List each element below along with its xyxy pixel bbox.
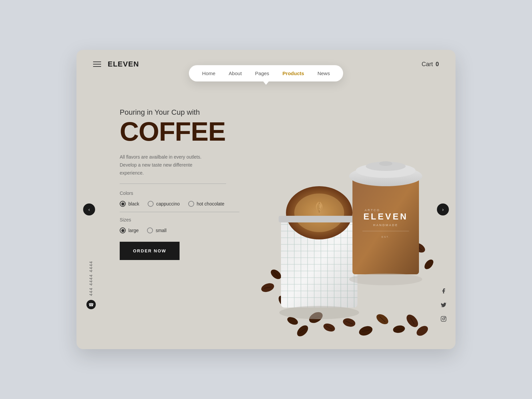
side-phone: 444 4444 4444 ☎ xyxy=(86,261,96,309)
hero-description: All flavors are availbale in every outle… xyxy=(120,153,226,177)
color-cappuccino-label: cappuccino xyxy=(156,201,180,206)
radio-black[interactable] xyxy=(120,201,126,207)
nav-news[interactable]: News xyxy=(318,70,330,76)
colors-group: black cappuccino hot chocolate xyxy=(120,201,259,207)
cup-brand-sub-text: HANDMADE xyxy=(373,223,398,227)
radio-hot-chocolate[interactable] xyxy=(188,201,194,207)
coffee-image-area: ARTCO ELEVEN HANDMADE EST. xyxy=(249,115,436,341)
color-black[interactable]: black xyxy=(120,201,139,207)
cup-brand-main-text: ELEVEN xyxy=(363,211,408,221)
svg-text:EST.: EST. xyxy=(382,235,390,238)
phone-symbol: ☎ xyxy=(88,302,94,307)
coffee-scene-svg: ARTCO ELEVEN HANDMADE EST. xyxy=(249,115,436,341)
svg-rect-76 xyxy=(441,317,446,322)
nav-pages[interactable]: Pages xyxy=(255,70,269,76)
svg-point-78 xyxy=(445,317,445,318)
radio-cappuccino[interactable] xyxy=(148,201,154,207)
colors-label: Colors xyxy=(120,191,259,196)
cup-container: ARTCO ELEVEN HANDMADE EST. xyxy=(249,115,436,341)
svg-point-77 xyxy=(443,318,445,320)
svg-point-67 xyxy=(279,306,359,319)
nav-container: Home About Pages Products News xyxy=(76,65,456,81)
color-hot-chocolate[interactable]: hot chocolate xyxy=(188,201,224,207)
size-large[interactable]: large xyxy=(120,227,139,233)
phone-number: 444 4444 4444 xyxy=(89,261,93,296)
phone-icon[interactable]: ☎ xyxy=(86,300,96,309)
page-wrapper: ELEVEN Cart 0 Home About Pages Products … xyxy=(76,50,456,349)
social-icons xyxy=(440,287,447,323)
content-left: Pouring in Your Cup with COFFEE All flav… xyxy=(120,101,259,260)
svg-point-74 xyxy=(379,161,392,166)
color-cappuccino[interactable]: cappuccino xyxy=(148,201,180,207)
twitter-icon[interactable] xyxy=(440,301,447,309)
nav-pill: Home About Pages Products News xyxy=(189,65,343,81)
color-black-label: black xyxy=(128,201,139,206)
svg-point-75 xyxy=(349,273,422,285)
sizes-label: Sizes xyxy=(120,217,259,222)
divider-1 xyxy=(120,184,226,184)
nav-home[interactable]: Home xyxy=(202,70,215,76)
color-hot-chocolate-label: hot chocolate xyxy=(197,201,224,206)
nav-about[interactable]: About xyxy=(229,70,242,76)
svg-rect-66 xyxy=(279,216,360,222)
nav-products[interactable]: Products xyxy=(283,70,304,76)
hero-subtitle: Pouring in Your Cup with xyxy=(120,108,259,117)
radio-large[interactable] xyxy=(120,227,126,233)
size-large-label: large xyxy=(128,228,139,233)
next-arrow[interactable]: › xyxy=(437,203,449,215)
hero-title: COFFEE xyxy=(120,118,259,145)
size-small[interactable]: small xyxy=(147,227,167,233)
prev-arrow[interactable]: ‹ xyxy=(83,203,95,215)
facebook-icon[interactable] xyxy=(440,287,447,295)
radio-small[interactable] xyxy=(147,227,153,233)
order-now-button[interactable]: ORDER NOW xyxy=(120,242,180,260)
instagram-icon[interactable] xyxy=(440,315,447,323)
main-content: ‹ › Pouring in Your Cup with COFFEE All … xyxy=(76,81,456,337)
sizes-group: large small xyxy=(120,227,259,233)
size-small-label: small xyxy=(156,228,167,233)
divider-2 xyxy=(120,212,239,212)
svg-point-25 xyxy=(423,258,435,271)
